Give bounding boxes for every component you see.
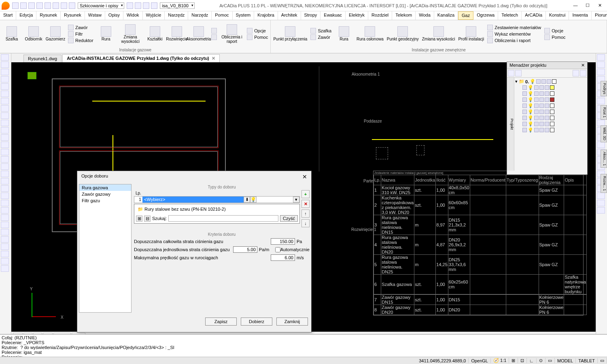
- obliczenia-tool[interactable]: Obliczenia i raport: [220, 24, 244, 44]
- list-item[interactable]: Zawór gazowy: [79, 191, 131, 197]
- rtool-icon[interactable]: [597, 54, 605, 61]
- chevron-down-icon[interactable]: ▾: [293, 197, 299, 203]
- punkt-geo-tool[interactable]: Punkt geodezyjny: [387, 26, 419, 42]
- pm-vtab[interactable]: Projekt: [507, 78, 514, 171]
- qat-icon[interactable]: [20, 2, 27, 9]
- menu-tab[interactable]: Rysunek: [61, 11, 85, 20]
- draw-tool-icon[interactable]: [1, 61, 9, 68]
- folder-item[interactable]: 📁 Rury stalowe bez szwu (PN-EN 10210-2): [136, 206, 298, 213]
- menu-icon[interactable]: [28, 72, 36, 79]
- menu-tab[interactable]: Stropy: [301, 11, 321, 20]
- qat-icon[interactable]: [127, 2, 133, 9]
- status-icon[interactable]: ⊞: [509, 358, 518, 363]
- layer-tree[interactable]: ▾ 📁 0. 💡 💡 💡 💡 💡 💡 💡 💡 💡: [514, 78, 587, 171]
- auto-checkbox[interactable]: [275, 247, 280, 252]
- collapse-icon[interactable]: ⊟: [144, 216, 151, 222]
- draw-tool-icon[interactable]: [1, 54, 9, 61]
- draw-tool-icon[interactable]: [1, 76, 9, 83]
- draw-tool-icon[interactable]: [1, 120, 9, 126]
- draw-tool-icon[interactable]: [1, 265, 9, 272]
- bulb-icon[interactable]: 💡: [250, 197, 257, 203]
- rtab-rzut[interactable]: Rzut 1: [601, 105, 607, 120]
- rozwiniecie-tool[interactable]: Rozwinięcie: [168, 26, 186, 42]
- pm-tool-icon[interactable]: [515, 70, 522, 76]
- model-status[interactable]: MODEL: [555, 358, 576, 363]
- add-button[interactable]: +: [301, 190, 310, 198]
- draw-tool-icon[interactable]: [1, 193, 9, 199]
- draw-tool-icon[interactable]: [1, 258, 9, 265]
- rtool-icon[interactable]: [597, 193, 605, 199]
- draw-tool-icon[interactable]: [1, 149, 9, 155]
- status-icon[interactable]: ⊡: [518, 358, 527, 363]
- dialog-close-icon[interactable]: ✕: [302, 174, 307, 180]
- close-button[interactable]: ✕: [596, 3, 603, 8]
- rura-oslonowa-tool[interactable]: Rura osłonowa: [357, 26, 384, 42]
- menu-tab[interactable]: Inwenta: [569, 11, 592, 20]
- draw-tool-icon[interactable]: [1, 236, 9, 243]
- rtab-wid3d[interactable]: Wid. 3D: [601, 125, 607, 142]
- zmiana-wys2-tool[interactable]: Zmiana wysokości: [422, 26, 455, 42]
- wykaz-tool[interactable]: Wykaz elementów: [487, 31, 541, 37]
- menu-tab[interactable]: Pioruno: [592, 11, 607, 20]
- command-line[interactable]: Cofaj: (RZUTNIE) Polecenie: _VPORTS Rzut…: [0, 334, 607, 357]
- menu-tab[interactable]: System: [233, 11, 255, 20]
- szafka2-tool[interactable]: Szafka: [310, 28, 331, 34]
- draw-tool-icon[interactable]: [1, 156, 9, 163]
- draw-tool-icon[interactable]: [1, 229, 9, 235]
- pm-tool-icon[interactable]: [580, 70, 586, 76]
- menu-tab[interactable]: Gaz: [458, 11, 473, 20]
- menu-tab[interactable]: Wyjście: [143, 11, 165, 20]
- dropdown-icon[interactable]: ⬇: [244, 197, 250, 203]
- rtab-akso[interactable]: Akso... 1: [601, 150, 607, 168]
- type-dropdown[interactable]: <Wybierz>: [142, 197, 244, 203]
- qat-icon[interactable]: [69, 2, 75, 9]
- qat-icon[interactable]: [28, 2, 35, 9]
- draw-tool-icon[interactable]: [1, 243, 9, 250]
- scale-status[interactable]: 🧭 1:1: [491, 358, 509, 363]
- menu-tab[interactable]: Widok: [123, 11, 143, 20]
- rtool-icon[interactable]: [597, 142, 605, 148]
- maximize-button[interactable]: ☐: [584, 3, 591, 8]
- doc-tab-active[interactable]: ArCADia-INSTALACJE GAZOWE Przykład 1.dwg…: [62, 54, 220, 62]
- rtool-icon[interactable]: [597, 98, 605, 104]
- qat-icon[interactable]: [135, 2, 141, 9]
- list-item[interactable]: Filtr gazu: [79, 197, 131, 204]
- criterion-input[interactable]: [233, 246, 257, 253]
- menu-tab[interactable]: ArCADia: [522, 11, 546, 20]
- pomoc-tool[interactable]: Pomoc: [247, 34, 268, 40]
- menu-tab[interactable]: Narzędz: [188, 11, 212, 20]
- rtool-icon[interactable]: [597, 69, 605, 75]
- menu-tab[interactable]: Opisy: [105, 11, 123, 20]
- qat-icon[interactable]: [45, 2, 51, 9]
- menu-tab[interactable]: Rozdziel: [368, 11, 392, 20]
- zmiana-wys-tool[interactable]: Zmiana wysokości: [119, 24, 142, 44]
- menu-tab[interactable]: Teletech: [498, 11, 522, 20]
- draw-tool-icon[interactable]: [1, 163, 9, 170]
- qat-icon[interactable]: [61, 2, 67, 9]
- pm-tool-icon[interactable]: [508, 70, 514, 76]
- status-icon[interactable]: ∟: [527, 358, 537, 363]
- menu-tab[interactable]: Ewakuac: [320, 11, 346, 20]
- menu-tab[interactable]: Rysunek: [36, 11, 61, 20]
- workspace-combo[interactable]: Szkicowanie i opisy: [78, 2, 124, 9]
- aksonometria-tool[interactable]: Aksonometria: [189, 26, 208, 42]
- qat-icon[interactable]: [53, 2, 59, 9]
- close-button[interactable]: Zamknij: [276, 317, 308, 326]
- qat-icon[interactable]: [151, 2, 157, 9]
- draw-tool-icon[interactable]: [1, 142, 9, 148]
- layer-combo[interactable]: isa_V0_B100: [160, 2, 194, 9]
- zestawienie-tool[interactable]: Zestawienie materiałów: [487, 25, 541, 30]
- reduktor-tool[interactable]: Reduktor: [68, 38, 93, 43]
- draw-tool-icon[interactable]: [1, 200, 9, 206]
- gazomierz-tool[interactable]: Gazomierz: [46, 26, 65, 42]
- menu-tab[interactable]: Woda: [416, 11, 434, 20]
- rtab-podrys[interactable]: Podrys: [601, 81, 607, 96]
- status-icon[interactable]: ⊙: [537, 358, 545, 363]
- draw-tool-icon[interactable]: [1, 222, 9, 228]
- draw-tool-icon[interactable]: [1, 98, 9, 104]
- status-icon[interactable]: ▭: [545, 358, 555, 363]
- save-button[interactable]: Zapisz: [205, 317, 237, 326]
- list-item[interactable]: Rura gazowa: [79, 184, 131, 191]
- draw-tool-icon[interactable]: [1, 91, 9, 97]
- menu-tab[interactable]: Kanaliza: [434, 11, 458, 20]
